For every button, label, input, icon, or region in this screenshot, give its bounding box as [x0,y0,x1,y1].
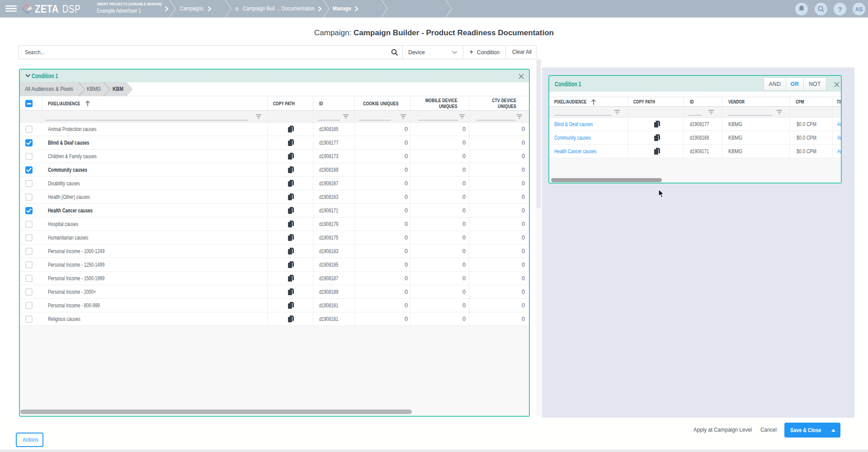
svg-text:AS: AS [855,6,863,12]
svg-text:?: ? [838,5,842,13]
